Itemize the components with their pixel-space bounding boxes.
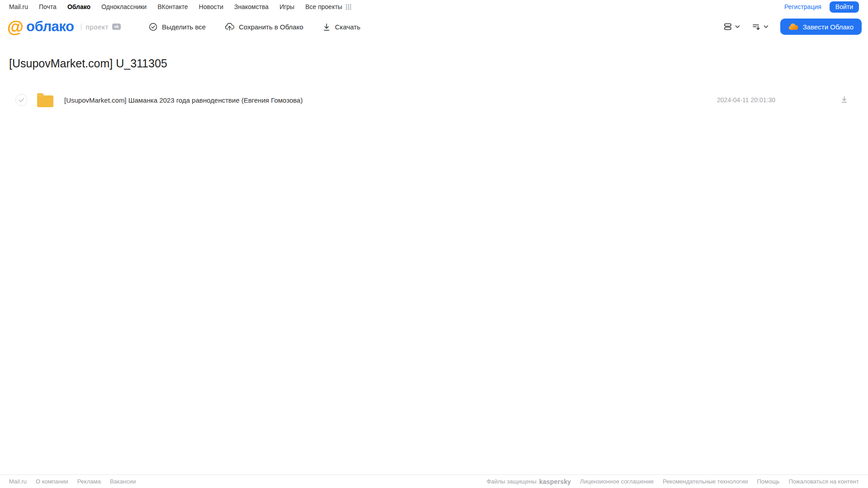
page-footer: Mail.ru О компании Реклама Вакансии Файл… — [0, 474, 868, 488]
download-label: Скачать — [335, 23, 360, 31]
all-projects-label: Все проекты — [305, 3, 342, 10]
footer-link-mailru[interactable]: Mail.ru — [9, 478, 27, 485]
files-protected-label: Файлы защищены — [487, 478, 536, 485]
chevron-down-icon — [764, 25, 768, 28]
topbar-link-games[interactable]: Игры — [280, 3, 294, 10]
download-button[interactable]: Скачать — [323, 23, 360, 31]
cloud-icon — [788, 24, 798, 30]
create-cloud-label: Завести Облако — [803, 23, 854, 31]
download-icon — [840, 95, 848, 103]
footer-right-links: Файлы защищены kaspersky Лицензионное со… — [487, 478, 859, 485]
chevron-down-icon — [735, 25, 740, 28]
cloud-upload-icon — [225, 22, 234, 31]
file-download-button[interactable] — [840, 95, 849, 105]
topbar-link-mail[interactable]: Почта — [39, 3, 57, 10]
page-title: [UsupovMarket.com] U_311305 — [9, 57, 859, 70]
vk-icon: vk — [112, 24, 121, 30]
check-circle-icon — [149, 23, 157, 31]
topbar-link-cloud[interactable]: Облако — [67, 3, 90, 10]
select-all-label: Выделить все — [162, 23, 206, 31]
save-to-cloud-button[interactable]: Сохранить в Облако — [225, 22, 304, 31]
footer-link-license[interactable]: Лицензионное соглашение — [580, 478, 654, 485]
save-to-cloud-label: Сохранить в Облако — [239, 23, 304, 31]
file-toolbar: Выделить все Сохранить в Облако Скачать — [149, 22, 360, 31]
topbar-link-all-projects[interactable]: Все проекты — [305, 3, 351, 10]
folder-icon — [37, 95, 53, 107]
logo-divider: | — [80, 23, 82, 31]
portal-topbar: Mail.ru Почта Облако Одноклассники ВКонт… — [0, 0, 868, 14]
cloud-logo-text: облако — [26, 19, 74, 35]
file-date: 2024-04-11 20:01:30 — [717, 96, 775, 104]
footer-link-recommendation-tech[interactable]: Рекомендательные технологии — [663, 478, 748, 485]
sort-dropdown[interactable] — [752, 22, 768, 31]
select-all-button[interactable]: Выделить все — [149, 23, 206, 31]
kaspersky-logo[interactable]: kaspersky — [539, 478, 571, 485]
project-vk-tag: | проект vk — [80, 23, 121, 31]
topbar-link-news[interactable]: Новости — [199, 3, 223, 10]
topbar-link-mailru[interactable]: Mail.ru — [9, 3, 28, 10]
registration-link[interactable]: Регистрация — [784, 3, 821, 10]
sort-icon — [752, 22, 761, 31]
main-content: [UsupovMarket.com] U_311305 [UsupovMarke… — [0, 57, 868, 110]
login-button[interactable]: Войти — [830, 1, 859, 13]
apps-grid-icon — [346, 4, 351, 10]
file-row[interactable]: [UsupovMarket.com] Шаманка 2023 года рав… — [9, 90, 859, 110]
footer-link-about[interactable]: О компании — [36, 478, 68, 485]
topbar-link-odnoklassniki[interactable]: Одноклассники — [101, 3, 147, 10]
footer-link-report-content[interactable]: Пожаловаться на контент — [789, 478, 859, 485]
mailru-at-icon: @ — [7, 19, 24, 35]
header-right-controls: Завести Облако — [723, 19, 862, 35]
topbar-link-vkontakte[interactable]: ВКонтакте — [157, 3, 188, 10]
check-icon — [19, 98, 24, 103]
footer-left-links: Mail.ru О компании Реклама Вакансии — [9, 478, 136, 485]
footer-link-help[interactable]: Помощь — [757, 478, 779, 485]
download-icon — [323, 23, 331, 31]
kaspersky-protection: Файлы защищены kaspersky — [487, 478, 571, 485]
footer-link-jobs[interactable]: Вакансии — [110, 478, 136, 485]
app-header: @ облако | проект vk Выделить все Сохран… — [0, 14, 868, 40]
cloud-logo[interactable]: @ облако — [7, 19, 74, 35]
project-label: проект — [86, 23, 109, 31]
topbar-link-dating[interactable]: Знакомства — [234, 3, 269, 10]
create-cloud-button[interactable]: Завести Облако — [780, 19, 862, 35]
list-view-icon — [723, 22, 732, 31]
row-checkbox[interactable] — [15, 94, 27, 106]
view-mode-dropdown[interactable] — [723, 22, 740, 31]
file-name[interactable]: [UsupovMarket.com] Шаманка 2023 года рав… — [64, 96, 303, 104]
footer-link-ads[interactable]: Реклама — [77, 478, 101, 485]
